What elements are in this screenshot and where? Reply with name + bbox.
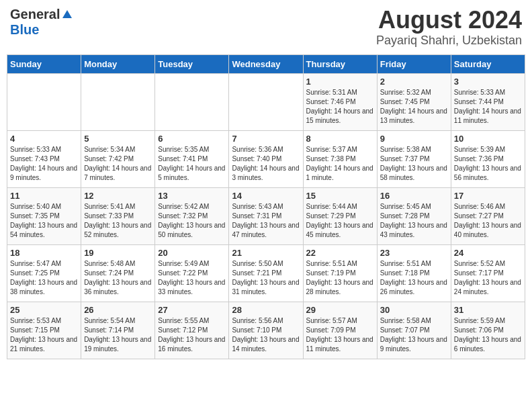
weekday-header: Saturday [451, 54, 525, 73]
day-number: 14 [232, 191, 300, 201]
day-info: Sunrise: 5:49 AM Sunset: 7:22 PM Dayligh… [158, 259, 226, 297]
day-number: 23 [380, 248, 448, 258]
calendar-cell: 18Sunrise: 5:47 AM Sunset: 7:25 PM Dayli… [7, 244, 81, 302]
day-number: 13 [158, 191, 226, 201]
day-info: Sunrise: 5:38 AM Sunset: 7:37 PM Dayligh… [380, 145, 448, 183]
calendar-week-row: 1Sunrise: 5:31 AM Sunset: 7:46 PM Daylig… [7, 73, 525, 130]
day-info: Sunrise: 5:32 AM Sunset: 7:45 PM Dayligh… [380, 88, 448, 126]
logo-icon [61, 9, 73, 21]
day-number: 11 [10, 191, 78, 201]
calendar-week-row: 4Sunrise: 5:33 AM Sunset: 7:43 PM Daylig… [7, 130, 525, 187]
day-number: 12 [84, 191, 152, 201]
calendar-week-row: 25Sunrise: 5:53 AM Sunset: 7:15 PM Dayli… [7, 302, 525, 359]
day-info: Sunrise: 5:33 AM Sunset: 7:44 PM Dayligh… [454, 88, 522, 126]
day-number: 18 [10, 248, 78, 258]
day-info: Sunrise: 5:53 AM Sunset: 7:15 PM Dayligh… [10, 316, 78, 354]
calendar-cell: 28Sunrise: 5:56 AM Sunset: 7:10 PM Dayli… [229, 302, 303, 359]
day-info: Sunrise: 5:44 AM Sunset: 7:29 PM Dayligh… [306, 202, 374, 240]
day-number: 17 [454, 191, 522, 201]
calendar-cell [155, 73, 229, 130]
day-number: 10 [454, 134, 522, 144]
calendar-cell: 4Sunrise: 5:33 AM Sunset: 7:43 PM Daylig… [7, 130, 81, 187]
day-info: Sunrise: 5:57 AM Sunset: 7:09 PM Dayligh… [306, 316, 374, 354]
day-number: 15 [306, 191, 374, 201]
day-info: Sunrise: 5:36 AM Sunset: 7:40 PM Dayligh… [232, 145, 300, 183]
day-number: 2 [380, 77, 448, 87]
day-info: Sunrise: 5:58 AM Sunset: 7:07 PM Dayligh… [380, 316, 448, 354]
calendar-cell: 24Sunrise: 5:52 AM Sunset: 7:17 PM Dayli… [451, 244, 525, 302]
day-number: 6 [158, 134, 226, 144]
calendar-cell: 22Sunrise: 5:51 AM Sunset: 7:19 PM Dayli… [303, 244, 377, 302]
day-info: Sunrise: 5:55 AM Sunset: 7:12 PM Dayligh… [158, 316, 226, 354]
day-number: 9 [380, 134, 448, 144]
day-info: Sunrise: 5:34 AM Sunset: 7:42 PM Dayligh… [84, 145, 152, 183]
day-info: Sunrise: 5:54 AM Sunset: 7:14 PM Dayligh… [84, 316, 152, 354]
calendar-cell: 26Sunrise: 5:54 AM Sunset: 7:14 PM Dayli… [81, 302, 155, 359]
calendar-cell: 6Sunrise: 5:35 AM Sunset: 7:41 PM Daylig… [155, 130, 229, 187]
day-number: 8 [306, 134, 374, 144]
calendar-cell: 13Sunrise: 5:42 AM Sunset: 7:32 PM Dayli… [155, 187, 229, 244]
calendar-week-row: 18Sunrise: 5:47 AM Sunset: 7:25 PM Dayli… [7, 244, 525, 302]
day-number: 31 [454, 305, 522, 315]
day-info: Sunrise: 5:35 AM Sunset: 7:41 PM Dayligh… [158, 145, 226, 183]
day-number: 20 [158, 248, 226, 258]
calendar-cell: 25Sunrise: 5:53 AM Sunset: 7:15 PM Dayli… [7, 302, 81, 359]
weekday-header: Monday [81, 54, 155, 73]
calendar-table: SundayMondayTuesdayWednesdayThursdayFrid… [7, 54, 525, 359]
calendar-cell [229, 73, 303, 130]
day-info: Sunrise: 5:46 AM Sunset: 7:27 PM Dayligh… [454, 202, 522, 240]
calendar-cell: 8Sunrise: 5:37 AM Sunset: 7:38 PM Daylig… [303, 130, 377, 187]
day-number: 1 [306, 77, 374, 87]
calendar-cell: 2Sunrise: 5:32 AM Sunset: 7:45 PM Daylig… [377, 73, 451, 130]
calendar-cell: 30Sunrise: 5:58 AM Sunset: 7:07 PM Dayli… [377, 302, 451, 359]
day-info: Sunrise: 5:33 AM Sunset: 7:43 PM Dayligh… [10, 145, 78, 183]
page-header: General Blue August 2024 Payariq Shahri,… [7, 7, 525, 48]
day-number: 22 [306, 248, 374, 258]
day-number: 7 [232, 134, 300, 144]
day-number: 25 [10, 305, 78, 315]
day-number: 3 [454, 77, 522, 87]
day-info: Sunrise: 5:48 AM Sunset: 7:24 PM Dayligh… [84, 259, 152, 297]
day-info: Sunrise: 5:47 AM Sunset: 7:25 PM Dayligh… [10, 259, 78, 297]
calendar-cell: 16Sunrise: 5:45 AM Sunset: 7:28 PM Dayli… [377, 187, 451, 244]
calendar-cell: 7Sunrise: 5:36 AM Sunset: 7:40 PM Daylig… [229, 130, 303, 187]
weekday-header: Thursday [303, 54, 377, 73]
weekday-header: Friday [377, 54, 451, 73]
logo-blue: Blue [10, 22, 39, 37]
calendar-cell: 1Sunrise: 5:31 AM Sunset: 7:46 PM Daylig… [303, 73, 377, 130]
day-number: 21 [232, 248, 300, 258]
weekday-header: Sunday [7, 54, 81, 73]
day-number: 30 [380, 305, 448, 315]
calendar-cell: 5Sunrise: 5:34 AM Sunset: 7:42 PM Daylig… [81, 130, 155, 187]
day-number: 24 [454, 248, 522, 258]
calendar-cell: 11Sunrise: 5:40 AM Sunset: 7:35 PM Dayli… [7, 187, 81, 244]
day-number: 19 [84, 248, 152, 258]
svg-marker-0 [62, 10, 72, 18]
calendar-cell [81, 73, 155, 130]
calendar-cell: 29Sunrise: 5:57 AM Sunset: 7:09 PM Dayli… [303, 302, 377, 359]
day-info: Sunrise: 5:52 AM Sunset: 7:17 PM Dayligh… [454, 259, 522, 297]
calendar-cell: 3Sunrise: 5:33 AM Sunset: 7:44 PM Daylig… [451, 73, 525, 130]
day-info: Sunrise: 5:50 AM Sunset: 7:21 PM Dayligh… [232, 259, 300, 297]
day-number: 27 [158, 305, 226, 315]
weekday-header: Tuesday [155, 54, 229, 73]
day-info: Sunrise: 5:51 AM Sunset: 7:18 PM Dayligh… [380, 259, 448, 297]
day-info: Sunrise: 5:41 AM Sunset: 7:33 PM Dayligh… [84, 202, 152, 240]
calendar-cell: 23Sunrise: 5:51 AM Sunset: 7:18 PM Dayli… [377, 244, 451, 302]
day-number: 5 [84, 134, 152, 144]
day-info: Sunrise: 5:37 AM Sunset: 7:38 PM Dayligh… [306, 145, 374, 183]
calendar-cell: 12Sunrise: 5:41 AM Sunset: 7:33 PM Dayli… [81, 187, 155, 244]
day-info: Sunrise: 5:31 AM Sunset: 7:46 PM Dayligh… [306, 88, 374, 126]
logo-general: General [10, 7, 60, 22]
calendar-cell: 27Sunrise: 5:55 AM Sunset: 7:12 PM Dayli… [155, 302, 229, 359]
calendar-cell: 9Sunrise: 5:38 AM Sunset: 7:37 PM Daylig… [377, 130, 451, 187]
day-info: Sunrise: 5:56 AM Sunset: 7:10 PM Dayligh… [232, 316, 300, 354]
page-title: August 2024 [376, 7, 522, 34]
calendar-cell: 21Sunrise: 5:50 AM Sunset: 7:21 PM Dayli… [229, 244, 303, 302]
title-area: August 2024 Payariq Shahri, Uzbekistan [376, 7, 522, 48]
calendar-cell: 19Sunrise: 5:48 AM Sunset: 7:24 PM Dayli… [81, 244, 155, 302]
day-number: 4 [10, 134, 78, 144]
calendar-header-row: SundayMondayTuesdayWednesdayThursdayFrid… [7, 54, 525, 73]
calendar-cell: 15Sunrise: 5:44 AM Sunset: 7:29 PM Dayli… [303, 187, 377, 244]
day-info: Sunrise: 5:42 AM Sunset: 7:32 PM Dayligh… [158, 202, 226, 240]
